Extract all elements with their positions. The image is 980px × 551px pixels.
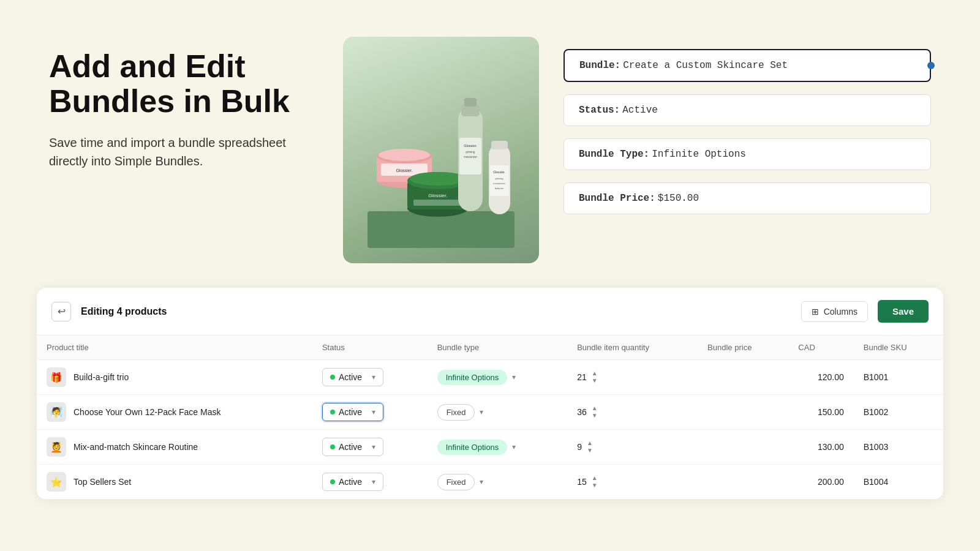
bundle-type-wrapper: Infinite Options ▾ [437, 440, 558, 455]
row-2-bundle-type[interactable]: Fixed ▾ [428, 395, 568, 430]
row-3-bundle-price [698, 430, 788, 465]
bundle-price-value: $150.00 [658, 193, 699, 204]
svg-rect-0 [368, 211, 514, 248]
bundle-type-badge[interactable]: Fixed [437, 404, 475, 421]
status-select[interactable]: Active ▾ [322, 438, 383, 456]
row-4-bundle-type[interactable]: Fixed ▾ [428, 465, 568, 500]
quantity-value: 21 [577, 372, 587, 382]
quantity-down-icon[interactable]: ▼ [587, 448, 593, 454]
status-select[interactable]: Active ▾ [322, 403, 383, 421]
svg-rect-15 [464, 98, 477, 107]
status-select[interactable]: Active ▾ [322, 368, 383, 386]
row-3-quantity[interactable]: 9 ▲ ▼ [567, 430, 698, 465]
quantity-arrows[interactable]: ▲ ▼ [592, 475, 598, 489]
hero-section: Add and Edit Bundles in Bulk Save time a… [0, 0, 980, 288]
quantity-arrows[interactable]: ▲ ▼ [592, 370, 598, 384]
hero-title: Add and Edit Bundles in Bulk [49, 49, 306, 119]
status-select[interactable]: Active ▾ [322, 473, 383, 491]
hero-subtitle: Save time and import a bundle spreadshee… [49, 133, 306, 170]
col-header-bundle-item-quantity: Bundle item quantity [567, 335, 698, 360]
row-2-quantity[interactable]: 36 ▲ ▼ [567, 395, 698, 430]
row-4-product-title: ⭐ Top Sellers Set [37, 465, 312, 500]
quantity-up-icon[interactable]: ▲ [587, 440, 593, 446]
hero-text: Add and Edit Bundles in Bulk Save time a… [49, 37, 306, 170]
row-3-bundle-type[interactable]: Infinite Options ▾ [428, 430, 568, 465]
bundle-type-label: Bundle Type: [579, 149, 649, 160]
quantity-up-icon[interactable]: ▲ [592, 405, 598, 411]
status-card: Status: Active [564, 94, 931, 126]
bundle-type-label: Fixed [447, 478, 466, 487]
svg-point-4 [379, 149, 430, 161]
columns-button[interactable]: ⊞ Columns [801, 301, 868, 322]
info-cards: Bundle: Create a Custom Skincare Set Sta… [539, 37, 931, 214]
back-arrow-icon: ↩ [58, 305, 66, 317]
col-header-status: Status [312, 335, 428, 360]
bundle-type-badge[interactable]: Infinite Options [437, 370, 508, 385]
status-chevron-icon: ▾ [372, 443, 375, 451]
status-active-dot [330, 375, 335, 380]
back-icon[interactable]: ↩ [51, 302, 71, 321]
product-cell: ⭐ Top Sellers Set [47, 472, 303, 492]
data-table: Product title Status Bundle type Bundle … [37, 335, 943, 500]
product-name: Mix-and-match Skincare Routine [74, 442, 198, 452]
quantity-arrows[interactable]: ▲ ▼ [592, 405, 598, 419]
quantity-control: 36 ▲ ▼ [577, 405, 688, 419]
quantity-down-icon[interactable]: ▼ [592, 378, 598, 384]
bundle-price-card: Bundle Price: $150.00 [564, 182, 931, 214]
row-2-product-title: 🧖 Choose Your Own 12-Pack Face Mask [37, 395, 312, 430]
quantity-down-icon[interactable]: ▼ [592, 413, 598, 419]
bundle-type-chevron-icon: ▾ [480, 478, 483, 486]
row-4-status[interactable]: Active ▾ [312, 465, 428, 500]
row-4-quantity[interactable]: 15 ▲ ▼ [567, 465, 698, 500]
quantity-up-icon[interactable]: ▲ [592, 370, 598, 377]
columns-label: Columns [824, 307, 858, 317]
col-header-cad: CAD [788, 335, 853, 360]
row-4-cad: 200.00 [788, 465, 853, 500]
quantity-control: 21 ▲ ▼ [577, 370, 688, 384]
status-chevron-icon: ▾ [372, 373, 375, 381]
status-value: Active [339, 442, 362, 452]
svg-rect-12 [413, 200, 462, 206]
product-thumbnail: 🎁 [47, 367, 66, 387]
col-header-bundle-type: Bundle type [428, 335, 568, 360]
row-1-status[interactable]: Active ▾ [312, 360, 428, 395]
bundle-name-card: Bundle: Create a Custom Skincare Set [564, 49, 931, 82]
quantity-up-icon[interactable]: ▲ [592, 475, 598, 481]
svg-text:Glossier.: Glossier. [464, 144, 477, 148]
row-1-bundle-type[interactable]: Infinite Options ▾ [428, 360, 568, 395]
sku-value: B1003 [864, 442, 888, 452]
row-3-product-title: 💆 Mix-and-match Skincare Routine [37, 430, 312, 465]
status-value: Active [339, 407, 362, 417]
hero-visual: Glossier. Glossier. Glossier. [343, 37, 931, 263]
status-value: Active [339, 477, 362, 487]
svg-text:priming: priming [495, 177, 503, 180]
bundle-type-card: Bundle Type: Infinite Options [564, 138, 931, 170]
quantity-down-icon[interactable]: ▼ [592, 482, 598, 489]
bundle-type-badge[interactable]: Fixed [437, 474, 475, 490]
product-image: Glossier. Glossier. Glossier. [343, 37, 539, 263]
quantity-control: 15 ▲ ▼ [577, 475, 688, 489]
cad-value: 130.00 [818, 442, 844, 452]
status-label: Status: [579, 105, 620, 116]
quantity-arrows[interactable]: ▲ ▼ [587, 440, 593, 454]
bundle-type-wrapper: Fixed ▾ [437, 474, 558, 490]
bundle-type-chevron-icon: ▾ [480, 408, 483, 416]
sku-value: B1002 [864, 407, 888, 417]
bundle-type-label: Infinite Options [446, 373, 499, 382]
bundle-type-chevron-icon: ▾ [512, 443, 516, 451]
product-cell: 💆 Mix-and-match Skincare Routine [47, 437, 303, 457]
row-3-sku: B1003 [854, 430, 943, 465]
status-active-dot [330, 410, 335, 414]
product-name: Build-a-gift trio [74, 372, 129, 382]
table-header: ↩ Editing 4 products ⊞ Columns Save [37, 288, 943, 335]
row-3-status[interactable]: Active ▾ [312, 430, 428, 465]
table-row: ⭐ Top Sellers Set Active ▾ Fixed ▾ 15 ▲ … [37, 465, 943, 500]
row-2-status[interactable]: Active ▾ [312, 395, 428, 430]
svg-text:priming: priming [466, 151, 475, 154]
row-1-quantity[interactable]: 21 ▲ ▼ [567, 360, 698, 395]
save-button[interactable]: Save [878, 300, 929, 323]
svg-point-10 [410, 172, 466, 186]
product-name: Top Sellers Set [74, 477, 131, 487]
bundle-type-badge[interactable]: Infinite Options [437, 440, 508, 455]
row-2-sku: B1002 [854, 395, 943, 430]
